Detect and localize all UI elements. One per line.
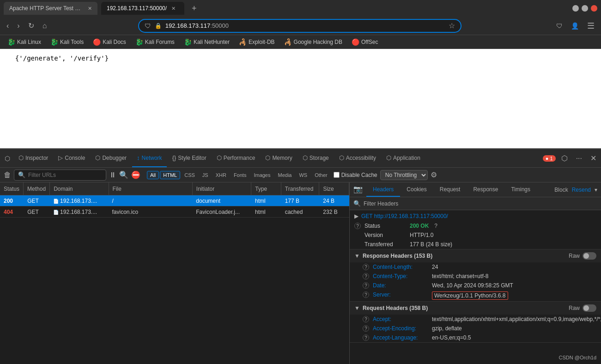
ftype-css[interactable]: CSS [181, 171, 198, 179]
ftype-fonts[interactable]: Fonts [231, 171, 250, 179]
bookmark-offsec[interactable]: 🔴 OffSec [348, 37, 382, 47]
avatar-button[interactable]: 👤 [568, 19, 582, 33]
status-row: ? Status 200 OK ? [350, 221, 601, 231]
bookmark-exploit-db[interactable]: 🦂 Exploit-DB [235, 37, 279, 47]
resend-button[interactable]: Resend [572, 187, 591, 193]
maximize-button[interactable] [582, 5, 588, 12]
accept-language-help[interactable]: ? [363, 334, 369, 341]
detail-tab-timings[interactable]: Timings [504, 182, 537, 197]
detail-tab-response[interactable]: Response [467, 182, 504, 197]
network-settings-button[interactable]: ⚙ [431, 170, 437, 179]
req-raw-toggle[interactable] [583, 304, 596, 312]
col-header-status[interactable]: Status [0, 182, 24, 195]
table-row[interactable]: 200 GET 📄 192.168.173.... / document htm… [0, 195, 349, 206]
status-help-icon[interactable]: ? [354, 223, 361, 229]
response-headers-raw[interactable]: Raw [569, 252, 596, 260]
raw-toggle[interactable] [583, 252, 596, 260]
content-length-help[interactable]: ? [363, 264, 369, 270]
tab-storage[interactable]: ⬡ Storage [298, 149, 334, 167]
tab-network[interactable]: ↕ Network [132, 149, 167, 167]
col-header-transferred[interactable]: Transferred [281, 182, 320, 195]
ftype-html[interactable]: HTML [160, 171, 180, 179]
detail-tab-cookies[interactable]: Cookies [400, 182, 433, 197]
close-button[interactable] [591, 5, 597, 12]
block-button[interactable]: Block [554, 187, 568, 193]
accept-encoding-help[interactable]: ? [363, 325, 369, 332]
table-row[interactable]: 404 GET 📄 192.168.173.... favicon.ico Fa… [0, 206, 349, 218]
back-button[interactable]: ‹ [4, 20, 12, 32]
status-help-btn[interactable]: ? [434, 223, 437, 229]
bookmark-kali-linux[interactable]: 🐉 Kali Linux [4, 37, 45, 47]
tab-memory[interactable]: ⬡ Memory [261, 149, 297, 167]
resend-dropdown-icon[interactable]: ▾ [595, 187, 597, 193]
minimize-button[interactable] [572, 5, 579, 12]
detail-tab-headers[interactable]: Headers [366, 182, 400, 197]
tab-inspector[interactable]: ⬡ Inspector [14, 149, 53, 167]
detail-tab-request[interactable]: Request [433, 182, 467, 197]
bookmark-kali-docs[interactable]: 🔴 Kali Docs [89, 37, 130, 47]
clear-network-button[interactable]: 🗑 [4, 171, 11, 179]
tab-2-close[interactable]: ✕ [171, 6, 176, 12]
inspector-icon: ⬡ [18, 154, 24, 161]
filter-headers-text: Filter Headers [364, 200, 398, 207]
request-headers-arrow: ▼ [354, 305, 360, 311]
request-headers-toggle[interactable]: ▼ Request Headers (358 B) Raw [350, 302, 601, 315]
col-header-initiator[interactable]: Initiator [193, 182, 251, 195]
tab-1-close[interactable]: ✕ [88, 6, 92, 12]
new-tab-button[interactable]: + [188, 4, 200, 13]
filter-urls-input[interactable] [28, 172, 102, 178]
devtools-screenshot-button[interactable]: ⬡ [559, 153, 571, 164]
pause-recording-button[interactable]: ⏸ [109, 171, 116, 179]
devtools-dock-button[interactable]: ⬡ [2, 154, 13, 163]
server-help[interactable]: ? [363, 291, 369, 298]
request-headers-raw[interactable]: Raw [569, 304, 596, 312]
ftype-js[interactable]: JS [199, 171, 212, 179]
status-val: 200 OK [410, 223, 429, 229]
menu-button[interactable]: ☰ [584, 19, 597, 33]
home-button[interactable]: ⌂ [40, 20, 50, 32]
detail-tab-screenshot[interactable]: 📷 [350, 182, 366, 197]
devtools-close-button[interactable]: ✕ [588, 153, 599, 164]
search-network-button[interactable]: 🔍 [119, 170, 128, 179]
disable-cache-checkbox[interactable] [334, 172, 340, 178]
ftype-all[interactable]: All [147, 171, 159, 179]
tab-accessibility[interactable]: ⬡ Accessibility [334, 149, 381, 167]
bookmark-google-hacking-db[interactable]: 🦂 Google Hacking DB [280, 37, 346, 47]
ftype-images[interactable]: Images [250, 171, 273, 179]
get-arrow[interactable]: ▶ [354, 213, 358, 219]
tab-1[interactable]: Apache HTTP Server Test Pa... ✕ [4, 2, 97, 15]
devtools-more-button[interactable]: ··· [573, 153, 585, 164]
content-type-help[interactable]: ? [363, 273, 369, 279]
row2-file: favicon.ico [109, 209, 193, 215]
ftype-media[interactable]: Media [274, 171, 295, 179]
col-header-file[interactable]: File [109, 182, 193, 195]
tab-performance[interactable]: ⬡ Performance [212, 149, 260, 167]
date-key: Date: [373, 282, 428, 289]
bookmark-kali-forums[interactable]: 🐉 Kali Forums [132, 37, 178, 47]
disable-cache-label[interactable]: Disable Cache [334, 172, 377, 178]
col-header-type[interactable]: Type [251, 182, 281, 195]
tab-2[interactable]: 192.168.173.117:50000/ ✕ [101, 2, 184, 15]
forward-button[interactable]: › [14, 20, 22, 32]
tab-debugger[interactable]: ⬡ Debugger [91, 149, 131, 167]
bookmark-kali-nethunter[interactable]: 🐉 Kali NetHunter [180, 37, 233, 47]
accept-help[interactable]: ? [363, 316, 369, 322]
response-headers-toggle[interactable]: ▼ Response Headers (153 B) Raw [350, 249, 601, 262]
reload-button[interactable]: ↻ [25, 19, 37, 32]
col-header-domain[interactable]: Domain [50, 182, 109, 195]
tab-application[interactable]: ⬡ Application [382, 149, 425, 167]
tab-console[interactable]: ▷ Console [54, 149, 90, 167]
ftype-other[interactable]: Other [311, 171, 331, 179]
shield-right-button[interactable]: 🛡 [553, 19, 565, 33]
tab-style-editor[interactable]: {} Style Editor [168, 149, 211, 167]
address-bar[interactable]: 🛡 🔒 192.168.173.117:50000 ☆ [138, 19, 461, 33]
date-help[interactable]: ? [363, 282, 369, 289]
col-header-method[interactable]: Method [24, 182, 50, 195]
trash-network-button[interactable]: ⛔ [131, 170, 140, 179]
ftype-ws[interactable]: WS [296, 171, 310, 179]
bookmark-star-button[interactable]: ☆ [449, 21, 455, 30]
throttle-select[interactable]: No Throttling [380, 170, 428, 180]
ftype-xhr[interactable]: XHR [212, 171, 230, 179]
bookmark-kali-tools[interactable]: 🐉 Kali Tools [47, 37, 87, 47]
col-header-size[interactable]: Size [319, 182, 349, 195]
